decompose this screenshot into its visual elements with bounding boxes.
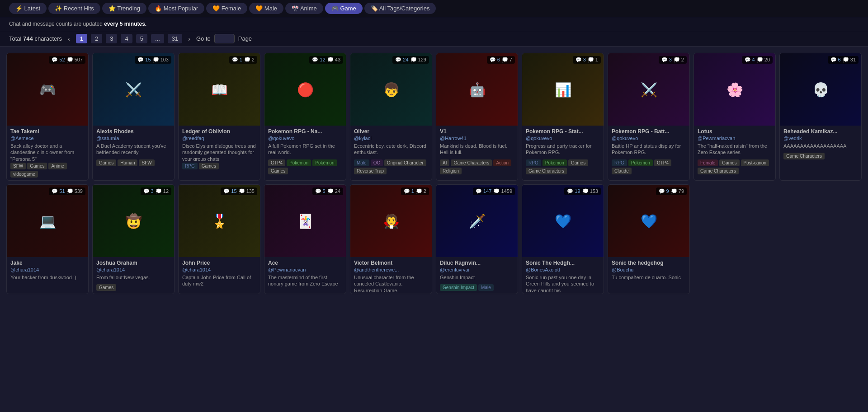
nav-item[interactable]: 🎌 Anime (285, 3, 323, 14)
tag[interactable]: Game Characters (698, 168, 739, 174)
page-btn-2[interactable]: 2 (91, 34, 102, 43)
tag[interactable]: Original Character (384, 159, 426, 166)
chat-count: 💬 3 (576, 57, 586, 63)
tag[interactable]: Post-canon (741, 159, 769, 166)
card-image: 👦 (350, 53, 432, 126)
tag[interactable]: Female (698, 159, 718, 166)
character-card[interactable]: 👦💬 24💭 129Oliver@kylaciEccentric boy, cu… (350, 53, 432, 181)
card-author[interactable]: @kylaci (350, 136, 432, 142)
tag[interactable]: Game Characters (451, 159, 492, 166)
prev-page-btn[interactable]: ‹ (66, 34, 72, 43)
card-author[interactable]: @qokuvevo (264, 136, 346, 142)
tag[interactable]: Human (118, 159, 137, 166)
character-card[interactable]: 🎮💬 52💭 507Tae Takemi@AemeceBack alley do… (6, 53, 89, 181)
nav-item[interactable]: 🔥 Most Popular (148, 3, 204, 14)
character-card[interactable]: ⚔️💬 15💭 103Alexis Rhodes@saturniaA Duel … (92, 53, 175, 181)
tag[interactable]: Reverse Trap (354, 168, 387, 174)
tag[interactable]: GTP4 (268, 159, 285, 166)
tag[interactable]: GTP4 (654, 159, 671, 166)
character-card[interactable]: 🌸💬 4💭 20Lotus@PewmariacvanThe "half-nake… (693, 53, 776, 181)
go-to-input[interactable] (214, 34, 235, 43)
card-title: Oliver (350, 126, 432, 136)
card-author[interactable]: @andthentherewe... (350, 267, 432, 273)
page-btn-4[interactable]: 4 (121, 34, 132, 43)
tag[interactable]: Action (493, 159, 511, 166)
character-card[interactable]: 🤠💬 3💭 12Joshua Graham@chara1014From fall… (92, 184, 175, 294)
tag[interactable]: Games (96, 284, 116, 291)
chat-count: 💬 3 (661, 57, 672, 63)
page-btn-5[interactable]: 5 (136, 34, 147, 43)
card-author[interactable]: @chara1014 (7, 267, 88, 273)
card-image: 🧛 (350, 185, 432, 257)
card-badge: 💬 1💭 2 (401, 187, 429, 195)
tag[interactable]: Games (719, 159, 739, 166)
character-card[interactable]: 🤖💬 6💭 7V1@Harrow41Mankind is dead. Blood… (436, 53, 518, 181)
nav-item[interactable]: 🧡 Male (249, 3, 283, 14)
nav-item[interactable]: 🧡 Female (206, 3, 247, 14)
character-card[interactable]: 🎖️💬 15💭 135John Price@chara1014Captain J… (178, 184, 260, 294)
card-badge: 💬 3💭 12 (141, 187, 171, 195)
character-card[interactable]: 💙💬 9💭 79Sonic the hedgehog@BouchuTu comp… (608, 184, 690, 294)
card-author[interactable]: @reedfaq (179, 136, 260, 142)
tag[interactable]: Games (568, 159, 588, 166)
tag[interactable]: Religion (440, 168, 462, 174)
tag[interactable]: Claude (612, 168, 632, 174)
character-card[interactable]: 💻💬 51💭 539Jake@chara1014Your hacker from… (6, 184, 89, 294)
character-card[interactable]: 🔴💬 12💭 43Pokemon RPG - Na...@qokuvevoA f… (264, 53, 346, 181)
tag[interactable]: RPG (182, 163, 198, 169)
tag[interactable]: Games (268, 168, 288, 174)
tag[interactable]: OC (371, 159, 383, 166)
tag[interactable]: SFW (139, 159, 154, 166)
tag[interactable]: Pokemon (628, 159, 653, 166)
tag[interactable]: Games (96, 159, 116, 166)
card-author[interactable]: @qokuvevo (522, 136, 604, 142)
card-author[interactable]: @erenluvrvai (436, 267, 518, 273)
nav-item[interactable]: 🏷️ All Tags/Categories (364, 3, 436, 14)
card-author[interactable]: @Harrow41 (436, 136, 518, 142)
tag[interactable]: Game Characters (783, 153, 825, 159)
card-author[interactable]: @chara1014 (93, 267, 174, 273)
character-card[interactable]: 🃏💬 5💭 24Ace@PewmariacvanThe mastermind o… (264, 184, 346, 294)
page-btn-last[interactable]: 31 (168, 34, 182, 43)
card-author[interactable]: @saturnia (93, 136, 174, 142)
card-author[interactable]: @vedrik (780, 136, 861, 142)
next-page-btn[interactable]: › (186, 34, 193, 43)
nav-item[interactable]: ⭐ Trending (102, 3, 146, 14)
page-btn-3[interactable]: 3 (106, 34, 117, 43)
tag[interactable]: RPG (526, 159, 541, 166)
tag[interactable]: Male (478, 284, 494, 291)
tag[interactable]: Pokémon (312, 159, 337, 166)
tag[interactable]: Game Characters (526, 168, 567, 174)
nav-item[interactable]: 🎮 Game (325, 3, 363, 14)
nav-item[interactable]: ✨ Recent Hits (48, 3, 100, 14)
card-author[interactable]: @BonesAxolotl (522, 267, 604, 273)
tag[interactable]: AI (440, 159, 449, 166)
character-card[interactable]: 📖💬 1💭 2Ledger of Oblivion@reedfaqDisco E… (178, 53, 260, 181)
tag[interactable]: Genshin Impact (440, 284, 477, 291)
tag[interactable]: Male (354, 159, 369, 166)
tag[interactable]: Pokemon (542, 159, 567, 166)
tag[interactable]: Pokemon (287, 159, 311, 166)
tag[interactable]: Games (199, 163, 219, 169)
card-title: Sonic the hedgehog (608, 257, 689, 267)
tag[interactable]: Games (27, 163, 47, 169)
character-card[interactable]: 🧛💬 1💭 2Victor Belmont@andthentherewe...U… (350, 184, 432, 294)
character-card[interactable]: 💀💬 6💭 31Beheaded Kamikaz...@vedrikAAAAAA… (779, 53, 862, 181)
page-btn-1[interactable]: 1 (76, 34, 87, 43)
card-title: Sonic The Hedgh... (522, 257, 604, 267)
nav-item[interactable]: ⚡ Latest (9, 3, 47, 14)
card-author[interactable]: @chara1014 (179, 267, 260, 273)
card-author[interactable]: @Pewmariacvan (264, 267, 346, 273)
card-author[interactable]: @Bouchu (608, 267, 689, 273)
character-card[interactable]: ⚔️💬 3💭 2Pokemon RPG - Batt...@qokuvevoBa… (608, 53, 690, 181)
tag[interactable]: RPG (612, 159, 627, 166)
tag[interactable]: Anime (48, 163, 66, 169)
card-author[interactable]: @Pewmariacvan (694, 136, 775, 142)
character-card[interactable]: 📊💬 3💭 1Pokemon RPG - Stat...@qokuvevoPro… (522, 53, 604, 181)
tag[interactable]: SFW (10, 163, 26, 169)
character-card[interactable]: 💙💬 19💭 153Sonic The Hedgh...@BonesAxolot… (522, 184, 604, 294)
tag[interactable]: videogame (10, 171, 38, 178)
character-card[interactable]: 🗡️💬 147💭 1459Diluc Ragnvin...@erenluvrva… (436, 184, 518, 294)
card-author[interactable]: @qokuvevo (608, 136, 689, 142)
card-author[interactable]: @Aemece (7, 136, 88, 142)
